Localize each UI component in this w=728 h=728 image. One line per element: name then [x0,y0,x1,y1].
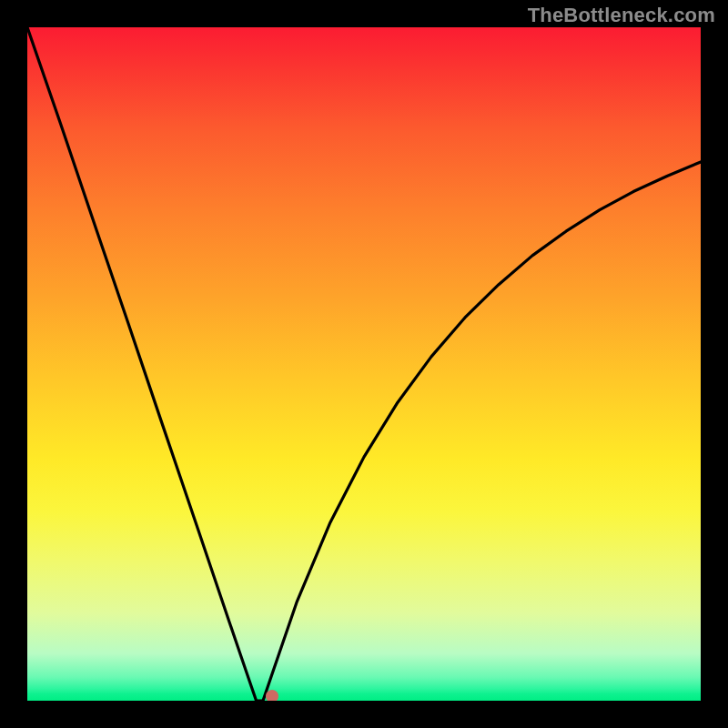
watermark-text: TheBottleneck.com [528,4,715,27]
valley-marker-dot [266,690,278,701]
chart-figure: TheBottleneck.com [0,0,728,728]
plot-area [27,27,701,701]
curve-line [27,27,701,701]
